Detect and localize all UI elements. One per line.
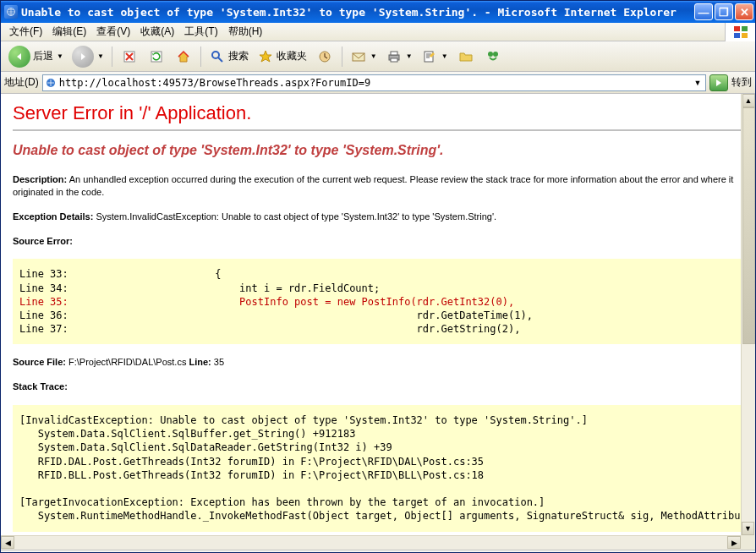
maximize-button[interactable]: ❐ [715,3,733,20]
scroll-thumb[interactable] [742,107,755,344]
description-text: An unhandled exception occurred during t… [13,174,733,197]
code-line-33: Line 33: { [19,268,221,280]
svg-rect-3 [734,33,740,38]
statusbar: 完毕 本地 Intranet [1,550,755,553]
separator [342,47,342,67]
description-label: Description: [13,174,67,184]
error-heading: Server Error in '/' Application. [13,102,743,124]
divider [13,129,743,131]
chevron-down-icon: ▼ [406,52,413,60]
menu-help[interactable]: 帮助(H) [223,23,268,41]
page-favicon [45,77,57,89]
chevron-down-icon: ▼ [57,52,63,60]
star-icon [257,48,274,65]
favorites-button[interactable]: 收藏夹 [255,45,310,68]
minimize-button[interactable]: — [694,3,713,20]
error-description: Description: An unhandled exception occu… [13,173,743,199]
mail-button[interactable]: ▼ [348,45,380,68]
chevron-down-icon: ▼ [441,52,448,60]
ie-icon [4,5,18,19]
search-icon [209,48,226,65]
titlebar: Unable to cast object of type 'System.In… [1,1,755,23]
back-icon [8,46,30,68]
scroll-corner [741,535,755,550]
window-title: Unable to cast object of type 'System.In… [21,6,694,19]
source-error-label: Source Error: [13,235,743,248]
discuss-button[interactable] [454,45,478,68]
separator [200,47,201,67]
svg-rect-2 [742,26,748,31]
svg-point-7 [212,52,219,58]
history-button[interactable] [313,45,337,68]
refresh-button[interactable] [145,45,168,68]
stack-trace-block: [InvalidCastException: Unable to cast ob… [13,405,743,532]
svg-rect-12 [391,58,397,62]
horizontal-scrollbar[interactable]: ◀ ▶ [1,535,741,550]
chevron-down-icon: ▼ [97,52,104,60]
svg-point-14 [488,52,493,57]
menu-view[interactable]: 查看(V) [91,23,135,41]
search-label: 搜索 [228,49,249,63]
search-button[interactable]: 搜索 [206,45,251,68]
svg-rect-11 [391,52,397,55]
back-button[interactable]: 后退 ▼ [6,45,66,68]
back-label: 后退 [33,49,53,63]
code-line-34: Line 34: int i = rdr.FieldCount; [19,282,380,294]
content-area: Server Error in '/' Application. Unable … [1,94,755,550]
messenger-icon [485,48,501,65]
window-controls: — ❐ ✕ [694,3,753,20]
error-page: Server Error in '/' Application. Unable … [1,94,755,550]
folder-icon [457,48,474,65]
menubar: 文件(F) 编辑(E) 查看(V) 收藏(A) 工具(T) 帮助(H) [1,23,755,41]
svg-rect-4 [742,33,748,38]
code-line-35: Line 35: PostInfo post = new PostInfo(rd… [19,296,514,308]
home-icon [175,48,192,65]
edit-button[interactable]: ▼ [419,45,451,68]
scroll-left-button[interactable]: ◀ [1,536,14,549]
address-input-wrap[interactable]: ▼ [42,74,706,91]
separator [112,47,112,67]
scroll-right-button[interactable]: ▶ [727,536,741,549]
exception-text: System.InvalidCastException: Unable to c… [93,211,496,222]
forward-icon [72,46,94,68]
menu-edit[interactable]: 编辑(E) [47,23,91,41]
home-button[interactable] [172,45,195,68]
source-file-label: Source File: [13,357,66,367]
mail-icon [350,48,367,65]
toolbar: 后退 ▼ ▼ 搜索 收藏夹 [1,41,755,72]
address-bar: 地址(D) ▼ 转到 [1,72,755,94]
scroll-down-button[interactable]: ▼ [742,522,754,535]
line-number: 35 [211,357,224,367]
code-line-37: Line 37: rdr.GetString(2), [19,323,520,335]
scroll-up-button[interactable]: ▲ [742,94,755,107]
menu-file[interactable]: 文件(F) [4,23,47,41]
print-icon [386,48,403,65]
edit-icon [421,48,438,65]
history-icon [316,48,333,65]
chevron-down-icon: ▼ [370,52,377,60]
stop-icon [121,48,138,65]
forward-button[interactable]: ▼ [69,45,107,68]
go-label: 转到 [731,75,752,90]
stack-trace-label: Stack Trace: [13,381,743,393]
address-label: 地址(D) [4,75,39,90]
refresh-icon [148,48,165,65]
error-subheading: Unable to cast object of type 'System.In… [13,143,743,158]
source-file-path: F:\Project\RFID\DAL\Post.cs [66,357,186,367]
address-dropdown-icon[interactable]: ▼ [692,79,704,87]
favorites-label: 收藏夹 [277,49,307,63]
menu-tools[interactable]: 工具(T) [179,23,222,41]
vertical-scrollbar[interactable]: ▲ ▼ [741,94,755,535]
messenger-button[interactable] [481,45,505,68]
svg-rect-1 [734,26,740,31]
close-button[interactable]: ✕ [735,3,753,20]
go-button[interactable] [709,74,728,91]
source-code-block: Line 33: { Line 34: int i = rdr.FieldCou… [13,259,743,344]
print-button[interactable]: ▼ [383,45,415,68]
source-file-line: Source File: F:\Project\RFID\DAL\Post.cs… [13,356,743,369]
stop-button[interactable] [118,45,141,68]
exception-details: Exception Details: System.InvalidCastExc… [13,211,743,223]
address-input[interactable] [59,77,689,89]
menu-favorites[interactable]: 收藏(A) [135,23,179,41]
exception-label: Exception Details: [13,211,93,222]
